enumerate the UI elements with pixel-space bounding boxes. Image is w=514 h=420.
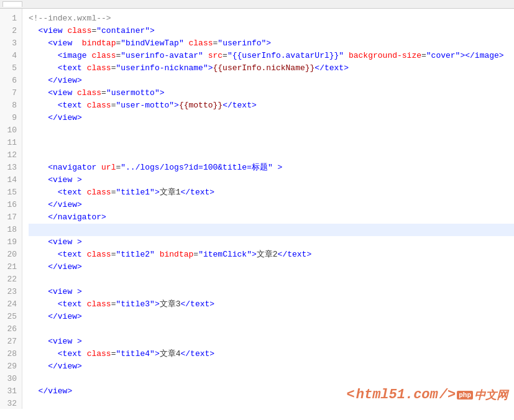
line-number: 16 [0,199,22,211]
tab-index-wxml[interactable] [2,1,22,7]
code-line: </view> [29,311,514,323]
line-number: 4 [0,50,22,62]
code-line: <view class="container"> [29,25,514,37]
code-line: <!--index.wxml--> [29,12,514,25]
line-number: 29 [0,360,22,373]
line-number: 19 [0,236,22,249]
code-line: <view > [29,174,514,186]
line-number: 6 [0,75,22,87]
editor-container: 1234567891011121314151617181920212223242… [0,0,514,409]
line-number: 27 [0,336,22,348]
line-number: 17 [0,211,22,224]
code-line: <text class="title1">文章1</text> [29,186,514,199]
code-line: <text class="user-motto">{{motto}}</text… [29,99,514,112]
code-line [29,149,514,162]
line-number: 11 [0,137,22,149]
line-number: 32 [0,398,22,410]
line-number: 2 [0,25,22,37]
code-line: </view> [29,199,514,211]
line-number: 18 [0,224,22,236]
line-numbers-gutter: 1234567891011121314151617181920212223242… [0,9,22,409]
code-line [29,124,514,137]
code-line [29,224,514,236]
code-line: </navigator> [29,211,514,224]
code-line: <view > [29,236,514,249]
code-line: <text class="title4">文章4</text> [29,348,514,360]
tab-bar [0,0,514,9]
line-number: 26 [0,323,22,336]
line-number: 7 [0,87,22,99]
code-line [29,398,514,409]
line-number: 28 [0,348,22,360]
line-number: 1 [0,12,22,25]
code-line: <text class="title3">文章3</text> [29,298,514,311]
editor-area: 1234567891011121314151617181920212223242… [0,9,514,409]
line-number: 14 [0,174,22,186]
line-number: 24 [0,298,22,311]
code-line: <view > [29,336,514,348]
line-number: 12 [0,149,22,162]
code-line: </view> [29,75,514,87]
code-line: <text class="userinfo-nickname">{{userIn… [29,62,514,75]
code-line: <view class="usermotto"> [29,87,514,99]
line-number: 21 [0,261,22,273]
line-number: 3 [0,37,22,50]
code-line [29,137,514,149]
code-line: </view> [29,112,514,124]
code-content[interactable]: <!--index.wxml--> <view class="container… [22,9,514,409]
code-line [29,373,514,385]
line-number: 9 [0,112,22,124]
line-number: 23 [0,286,22,298]
line-number: 30 [0,373,22,385]
code-line: <navigator url="../logs/logs?id=100&titl… [29,162,514,174]
code-line: <view bindtap="bindViewTap" class="useri… [29,37,514,50]
line-number: 13 [0,162,22,174]
line-number: 10 [0,124,22,137]
line-number: 5 [0,62,22,75]
code-line: </view> [29,360,514,373]
code-line: <image class="userinfo-avatar" src="{{us… [29,50,514,62]
line-number: 20 [0,249,22,261]
code-line [29,273,514,286]
line-number: 31 [0,385,22,398]
code-line: <text class="title2" bindtap="itemClick"… [29,249,514,261]
code-line: <view > [29,286,514,298]
line-number: 25 [0,311,22,323]
line-number: 22 [0,273,22,286]
code-line [29,323,514,336]
line-number: 8 [0,99,22,112]
line-number: 15 [0,186,22,199]
code-line: </view> [29,261,514,273]
code-line: </view> [29,385,514,398]
